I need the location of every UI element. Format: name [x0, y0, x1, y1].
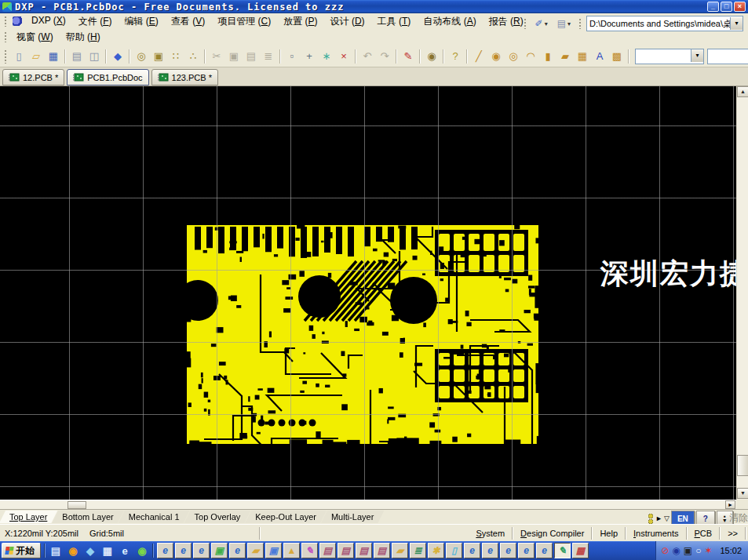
windows-media-icon[interactable]: ◉: [135, 544, 149, 558]
vertical-scrollbar-thumb[interactable]: [737, 455, 748, 476]
redo-button[interactable]: ↷: [376, 48, 393, 65]
taskbar-window-winrar-4[interactable]: ▤: [374, 543, 390, 558]
menu-item[interactable]: 放置 (P): [277, 13, 323, 30]
zoom-points-button[interactable]: ∴: [184, 48, 202, 65]
close-button[interactable]: ×: [734, 2, 746, 12]
footprint-combo[interactable]: ▾: [635, 49, 704, 64]
scroll-right-button[interactable]: ►: [725, 500, 735, 509]
taskbar-window-pcb-app[interactable]: ▦: [572, 543, 589, 558]
taskbar-window-folder-1[interactable]: ▰: [247, 543, 264, 558]
taskbar-window-books[interactable]: ≣: [410, 543, 426, 558]
panel-instruments[interactable]: Instruments: [626, 527, 685, 540]
layer-tab[interactable]: Top Layer: [0, 511, 57, 523]
taskbar-window-ie-7[interactable]: e: [500, 543, 516, 558]
zoom-selected-button[interactable]: ∷: [167, 48, 184, 65]
menu-item[interactable]: 自动布线 (A): [417, 13, 482, 30]
open-document-button[interactable]: ▱: [27, 48, 45, 65]
titlebar[interactable]: DXP - PCB1.PcbDoc - Free Documents. Lice…: [0, 0, 748, 13]
menu-item[interactable]: 编辑 (E): [119, 13, 165, 30]
menu-item[interactable]: 查看 (V): [165, 13, 211, 30]
audio-manager-icon[interactable]: ◉: [672, 546, 680, 555]
select-area-button[interactable]: ▫: [283, 48, 301, 65]
print-preview-button[interactable]: ◫: [86, 48, 103, 65]
copy-button[interactable]: ▣: [225, 48, 243, 65]
find-similar-button[interactable]: ◉: [423, 48, 440, 65]
zoom-area-button[interactable]: ▣: [150, 48, 167, 65]
place-line-button[interactable]: ╱: [470, 48, 487, 65]
taskbar-window-tools[interactable]: ✱: [428, 543, 444, 558]
net-combo[interactable]: ▾: [707, 49, 748, 64]
menu-item[interactable]: 视窗 (W): [10, 29, 60, 45]
taskbar-window-notebook[interactable]: ▯: [446, 543, 462, 558]
menu-item[interactable]: 文件 (F): [72, 13, 119, 30]
undo-button[interactable]: ↶: [359, 48, 376, 65]
taskbar-window-recycle[interactable]: ▣: [211, 543, 228, 558]
chevron-down-icon[interactable]: ▾: [567, 20, 571, 27]
help-balloon-button[interactable]: ?: [447, 48, 464, 65]
deselect-button[interactable]: ∗: [318, 48, 335, 65]
taskbar-window-paint[interactable]: ✎: [301, 543, 318, 558]
taskbar-window-ie-1[interactable]: e: [157, 543, 173, 558]
wiring-tools-button[interactable]: ✐ ▾: [531, 16, 552, 31]
interactive-routing-button[interactable]: ✎: [400, 48, 417, 65]
pcb-canvas[interactable]: 深圳宏力捷: [0, 86, 736, 500]
document-path-combo[interactable]: D:\Documents and Settings\midea\桌面 ▾: [586, 16, 743, 31]
start-button[interactable]: 开始: [2, 543, 41, 558]
place-via-button[interactable]: ◎: [505, 48, 522, 65]
report-tools-button[interactable]: ▤ ▾: [553, 16, 575, 31]
taskbar-window-folder-2[interactable]: ▰: [392, 543, 408, 558]
horizontal-scrollbar[interactable]: ►: [0, 500, 736, 509]
paste-array-button[interactable]: ≣: [260, 48, 277, 65]
taskbar-window-dxp[interactable]: ✎: [554, 543, 571, 558]
place-array-button[interactable]: ▦: [574, 48, 591, 65]
internet-explorer-icon[interactable]: e: [118, 544, 132, 558]
clear-mask-button[interactable]: 清除: [729, 511, 748, 525]
mask-filter-icon[interactable]: ▽: [664, 513, 670, 524]
menu-item[interactable]: 工具 (T): [371, 13, 418, 30]
maximize-button[interactable]: □: [721, 2, 732, 12]
place-arc-button[interactable]: ◠: [522, 48, 539, 65]
taskbar-window-ie-3[interactable]: e: [193, 543, 210, 558]
network-icon[interactable]: ▣: [684, 546, 692, 555]
chevron-down-icon[interactable]: ▾: [730, 17, 743, 30]
panel-more[interactable]: >>: [721, 527, 745, 540]
layer-tab[interactable]: Multi-Layer: [321, 511, 384, 523]
taskbar-window-winrar-3[interactable]: ▤: [356, 543, 372, 558]
clear-filter-button[interactable]: ×: [335, 48, 352, 65]
chevron-down-icon[interactable]: ▾: [691, 49, 703, 62]
taskbar-window-winrar-2[interactable]: ▤: [338, 543, 354, 558]
taskbar-window-folder-up[interactable]: ▲: [283, 543, 300, 558]
taskbar-window-ie-9[interactable]: e: [536, 543, 553, 558]
toolbar-grip[interactable]: [4, 49, 8, 64]
messenger-icon[interactable]: ◆: [83, 544, 97, 558]
layer-tab[interactable]: Mechanical 1: [119, 511, 190, 523]
document-tab[interactable]: PCB1.PcbDoc: [67, 69, 148, 85]
layer-tab[interactable]: Top Overlay: [184, 511, 251, 523]
alert-lamp-icon[interactable]: ✶: [704, 546, 712, 555]
new-document-button[interactable]: ▯: [10, 48, 27, 65]
chevron-down-icon[interactable]: ▾: [545, 20, 548, 27]
save-button[interactable]: ▦: [45, 48, 62, 65]
panel-pcb[interactable]: PCB: [688, 527, 720, 540]
paste-button[interactable]: ▤: [243, 48, 260, 65]
print-button[interactable]: ▤: [68, 48, 86, 65]
menu-item[interactable]: 设计 (D): [324, 13, 371, 30]
layer-tab[interactable]: Bottom Layer: [52, 511, 123, 523]
menu-item[interactable]: 项目管理 (C): [211, 13, 277, 30]
place-string-button[interactable]: A: [591, 48, 608, 65]
ime-lamp-icon[interactable]: ○: [695, 546, 701, 555]
taskbar-window-ie-4[interactable]: e: [229, 543, 246, 558]
scroll-down-button[interactable]: ▼: [737, 488, 748, 499]
scroll-up-button[interactable]: ▲: [737, 86, 748, 97]
document-tab[interactable]: 123.PCB *: [151, 69, 218, 85]
panel-design-compiler[interactable]: Design Compiler: [513, 527, 591, 540]
layer-sets-button[interactable]: ◆: [109, 48, 126, 65]
minimize-button[interactable]: _: [707, 2, 719, 12]
horizontal-scrollbar-thumb[interactable]: [68, 501, 86, 509]
place-fill-button[interactable]: ▮: [539, 48, 556, 65]
show-desktop-icon[interactable]: ▤: [49, 544, 63, 558]
volume-muted-icon[interactable]: ⊘: [661, 546, 669, 555]
taskbar-window-app-blue[interactable]: ▣: [265, 543, 282, 558]
taskbar-window-ie-2[interactable]: e: [175, 543, 192, 558]
taskbar-window-ie-6[interactable]: e: [482, 543, 498, 558]
